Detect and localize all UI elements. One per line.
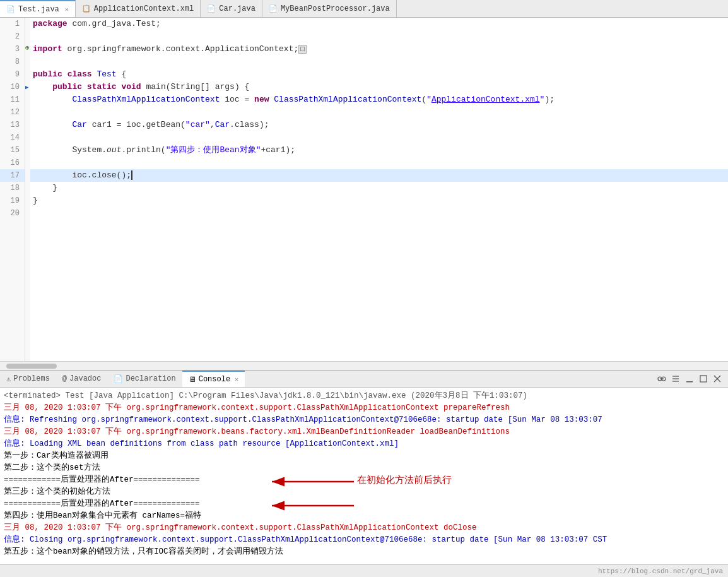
tab-javadoc-label: Javadoc: [69, 374, 101, 383]
tab-mybeanpostprocessor-java[interactable]: 📄 MyBeanPostProcessor.java: [262, 0, 397, 17]
code-line-15: 15 System.out.println("第四步：使用Bean对象"+car…: [0, 144, 728, 157]
code-text-20[interactable]: [30, 207, 38, 220]
tab-label-appcontext: ApplicationContext.xml: [94, 4, 194, 13]
code-line-17: 17 ioc.close();: [0, 169, 728, 182]
line-indicator-14: [25, 131, 30, 144]
editor-tab-bar: 📄 Test.java ✕ 📋 ApplicationContext.xml 📄…: [0, 0, 728, 18]
code-line-16: 16: [0, 157, 728, 169]
console-output-line-12: 信息: Closing org.springframework.context.…: [4, 534, 724, 546]
console-settings-icon[interactable]: [670, 373, 681, 384]
code-text-14[interactable]: [30, 131, 38, 144]
status-bar-text: https://blog.csdn.net/grd_java: [598, 568, 723, 575]
tab-console-label: Console: [199, 375, 230, 384]
code-text-16[interactable]: [30, 157, 38, 169]
tab-javadoc-icon: @: [62, 374, 67, 383]
line-number-13: 13: [0, 119, 25, 131]
code-line-20: 20: [0, 207, 728, 220]
tab-console-close[interactable]: ✕: [235, 376, 238, 383]
tab-javadoc[interactable]: @ Javadoc: [56, 371, 108, 387]
tab-test-java[interactable]: 📄 Test.java ✕: [0, 0, 76, 17]
code-text-11[interactable]: ClassPathXmlApplicationContext ioc = new…: [30, 93, 555, 106]
line-indicator-19: [25, 194, 30, 207]
code-line-10: 10 public static void main(String[] args…: [0, 81, 728, 93]
code-line-8: 8: [0, 56, 728, 68]
line-number-8: 8: [0, 56, 25, 68]
line-number-12: 12: [0, 106, 25, 119]
console-output-line-3: 三月 08, 2020 1:03:07 下午 org.springframewo…: [4, 426, 724, 438]
line-indicator-13: [25, 119, 30, 131]
arrow-svg-1: [269, 474, 357, 489]
console-output-line-8: 第三步：这个类的初始化方法: [4, 486, 724, 498]
line-number-1: 1: [0, 18, 25, 30]
console-action-buttons: [656, 373, 723, 384]
console-output-line-6: 第二步：这个类的set方法: [4, 462, 724, 474]
console-output-line-13: 第五步：这个bean对象的销毁方法，只有IOC容器关闭时，才会调用销毁方法: [4, 546, 724, 558]
tab-car-java[interactable]: 📄 Car.java: [201, 0, 262, 17]
code-text-9[interactable]: public class Test {: [30, 68, 126, 81]
line-indicator-18: [25, 182, 30, 194]
line-number-9: 9: [0, 68, 25, 81]
code-text-17[interactable]: ioc.close();: [30, 169, 138, 182]
code-text-2[interactable]: [30, 30, 38, 43]
code-text-8[interactable]: [30, 56, 38, 68]
line-indicator-8: [25, 56, 30, 68]
code-text-13[interactable]: Car car1 = ioc.getBean("car",Car.class);: [30, 119, 269, 131]
tab-label-car: Car.java: [219, 4, 255, 13]
code-text-10[interactable]: public static void main(String[] args) {: [30, 81, 249, 93]
console-line-with-arrow-9: ============后置处理器的After==============: [4, 498, 724, 510]
line-indicator-17: [25, 169, 30, 182]
code-line-2: 2: [0, 30, 728, 43]
svg-rect-6: [686, 381, 693, 383]
code-text-15[interactable]: System.out.println("第四步：使用Bean对象"+car1);: [30, 144, 295, 157]
console-close-icon[interactable]: [712, 373, 723, 384]
code-line-14: 14: [0, 131, 728, 144]
tab-problems-label: Problems: [13, 374, 50, 383]
code-editor: 1 package com.grd_java.Test; 2 3 ⊕ impor…: [0, 18, 728, 361]
console-area: <terminated> Test [Java Application] C:\…: [0, 388, 728, 564]
line-indicator-3: ⊕: [25, 43, 30, 56]
console-output-line-10: 第四步：使用Bean对象集合中元素有 carNames=福特: [4, 510, 724, 522]
line-indicator-20: [25, 207, 30, 220]
line-indicator-12: [25, 106, 30, 119]
code-text-1[interactable]: package com.grd_java.Test;: [30, 18, 161, 30]
tab-icon-test: 📄: [6, 5, 15, 13]
line-number-3: 3: [0, 43, 25, 56]
tab-declaration-icon: 📄: [114, 374, 123, 384]
code-text-12[interactable]: [30, 106, 38, 119]
code-text-19[interactable]: }: [30, 194, 38, 207]
console-minimize-icon[interactable]: [684, 373, 695, 384]
line-number-2: 2: [0, 30, 25, 43]
tab-problems[interactable]: ⚠ Problems: [0, 371, 56, 387]
console-output-line-2: 信息: Refreshing org.springframework.conte…: [4, 414, 724, 426]
line-indicator-16: [25, 157, 30, 169]
console-output-line-4: 信息: Loading XML bean definitions from cl…: [4, 438, 724, 450]
status-bar: https://blog.csdn.net/grd_java: [0, 564, 728, 577]
tab-appcontext-xml[interactable]: 📋 ApplicationContext.xml: [76, 0, 201, 17]
tab-icon-car: 📄: [207, 4, 216, 13]
line-number-20: 20: [0, 207, 25, 220]
console-output-line-1: 三月 08, 2020 1:03:07 下午 org.springframewo…: [4, 402, 724, 414]
console-output-line-5: 第一步：Car类构造器被调用: [4, 450, 724, 462]
tab-problems-icon: ⚠: [6, 374, 11, 384]
tab-close-test[interactable]: ✕: [65, 6, 69, 13]
code-line-18: 18 }: [0, 182, 728, 194]
tab-label-mybpp: MyBeanPostProcessor.java: [281, 4, 390, 13]
line-number-19: 19: [0, 194, 25, 207]
line-indicator-1: [25, 18, 30, 30]
code-text-18[interactable]: }: [30, 182, 57, 194]
scrollbar-thumb[interactable]: [6, 364, 57, 369]
console-link-icon[interactable]: [656, 373, 667, 384]
editor-scrollbar[interactable]: [0, 361, 728, 370]
console-maximize-icon[interactable]: [698, 373, 709, 384]
tab-label-test: Test.java: [18, 5, 59, 14]
bottom-tab-bar: ⚠ Problems @ Javadoc 📄 Declaration 🖥 Con…: [0, 370, 728, 388]
code-text-3[interactable]: import org.springframework.context.Appli…: [30, 43, 307, 56]
console-output-line-11: 三月 08, 2020 1:03:07 下午 org.springframewo…: [4, 522, 724, 534]
code-line-3: 3 ⊕ import org.springframework.context.A…: [0, 43, 728, 56]
line-indicator-11: [25, 93, 30, 106]
tab-console[interactable]: 🖥 Console ✕: [182, 371, 245, 387]
tab-declaration[interactable]: 📄 Declaration: [107, 371, 182, 387]
code-line-12: 12: [0, 106, 728, 119]
line-number-14: 14: [0, 131, 25, 144]
line-number-16: 16: [0, 157, 25, 169]
